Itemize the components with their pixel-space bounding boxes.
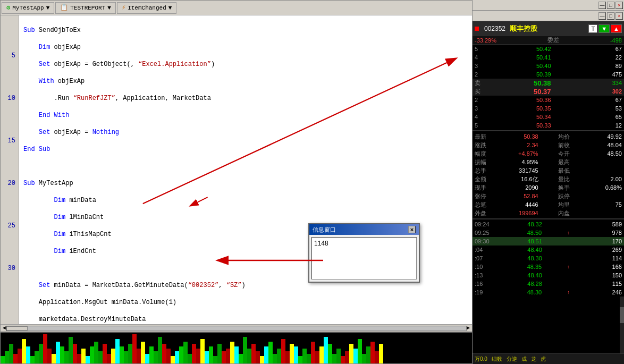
vol-0925: 978 xyxy=(595,230,622,236)
buy-3: 3 50.35 53 xyxy=(473,104,624,113)
line-numbers: 5 10 15 20 xyxy=(1,15,19,324)
chart-bar-item xyxy=(298,356,302,363)
chart-bar-item xyxy=(26,346,30,363)
chart-bar-item xyxy=(222,351,226,363)
chart-bar-item xyxy=(370,342,375,363)
chart-bar-item xyxy=(205,351,209,363)
trade-16: :16 48.28 115 xyxy=(473,280,624,288)
chart-bar-item xyxy=(307,354,311,363)
chart-bar-item xyxy=(366,346,370,363)
stock-t-button[interactable]: T xyxy=(588,24,597,33)
stock-sell-button[interactable]: ▲ xyxy=(611,24,622,33)
chart-bar-item xyxy=(94,342,98,363)
stock-buy-button[interactable]: ▼ xyxy=(598,24,610,33)
chart-bar-item xyxy=(69,337,73,363)
maximize-button[interactable]: □ xyxy=(607,2,614,9)
chart-bar-item xyxy=(158,337,162,363)
bottom-fenni[interactable]: 分逆 xyxy=(504,355,519,363)
scroll-right-btn[interactable]: ► xyxy=(467,325,470,331)
trade-07: :07 48.30 114 xyxy=(473,254,624,263)
stats-section: 最新 50.38 均价 49.92 涨跌 2.34 前收 48.04 幅度 +4… xyxy=(473,132,624,218)
time-trades: 09:24 48.32 589 09:25 48.50 ↑ 978 09:30 … xyxy=(473,220,624,297)
chart-bar-item xyxy=(260,356,264,363)
chart-bar-item xyxy=(137,349,141,363)
stat-row-1: 涨跌 2.34 前收 48.04 xyxy=(473,141,624,149)
dialog-close-button[interactable]: × xyxy=(408,226,416,233)
bottom-cheng[interactable]: 成 xyxy=(519,355,529,363)
chart-bar-item xyxy=(230,342,234,363)
bottom-hu[interactable]: 虎 xyxy=(538,355,548,363)
module-dropdown-mytestapp[interactable]: ⚙ MyTestApp ▼ xyxy=(2,2,54,14)
sell-5-vol: 67 xyxy=(590,46,622,52)
chart-bar-item xyxy=(332,354,336,363)
stock-title-bar: — □ × xyxy=(473,0,624,11)
buy-4: 4 50.34 65 xyxy=(473,113,624,121)
chart-bar-item xyxy=(175,351,179,363)
chart-bar-item xyxy=(30,356,35,363)
vol-19: 246 xyxy=(595,289,622,295)
chart-bar-item xyxy=(324,337,328,363)
chart-bar-item xyxy=(18,349,22,363)
close-button-2[interactable]: × xyxy=(615,12,623,20)
chart-bar-item xyxy=(5,351,9,363)
separator-1 xyxy=(473,130,624,131)
sell-2: 2 50.39 475 xyxy=(473,70,624,79)
vol-07: 114 xyxy=(595,255,622,261)
chart-bar-item xyxy=(277,349,281,363)
minimize-button-2[interactable]: — xyxy=(598,12,606,20)
chart-bar-item xyxy=(52,354,56,363)
event-icon: ⚡ xyxy=(122,4,125,12)
stat-zongbi: 4446 xyxy=(509,201,538,208)
stock-second-bar: — □ × xyxy=(473,11,624,21)
sell-2-price: 50.39 xyxy=(525,71,551,78)
stat-row-5: 金额 16.6亿 量比 2.00 xyxy=(473,175,624,183)
sell-3-vol: 89 xyxy=(590,63,622,69)
module-dropdown-itemchanged[interactable]: ⚡ ItemChanged ▼ xyxy=(117,2,176,14)
vol-13: 150 xyxy=(595,272,622,278)
maximize-button-2[interactable]: □ xyxy=(607,12,614,20)
chart-bar-item xyxy=(294,346,298,363)
chart-bar-item xyxy=(90,346,94,363)
buy-3-price: 50.35 xyxy=(525,105,551,112)
chart-bar-item xyxy=(1,356,5,363)
chart-bar-item xyxy=(281,339,285,363)
separator-2 xyxy=(473,218,624,219)
buy-orders: 买 50.37 302 2 50.36 67 3 50.35 53 4 50.3… xyxy=(473,87,624,130)
trade-10: :10 48.35 ↑ 166 xyxy=(473,263,624,271)
chart-bar-item xyxy=(107,354,111,363)
chart-bar-item xyxy=(81,349,86,363)
stock-panel: — □ × — □ × 002352 顺丰控股 T ▼ ▲ -33.29% 委差… xyxy=(473,0,624,364)
chart-bar-item xyxy=(251,344,256,363)
bottom-wan[interactable]: 万0.0 xyxy=(473,355,490,363)
stock-scrollbar-thumb[interactable] xyxy=(620,307,624,323)
dialog-value: 1148 xyxy=(314,240,328,247)
buy-5: 5 50.33 12 xyxy=(473,121,624,130)
chart-bar-item xyxy=(315,351,319,363)
chart-bar-item xyxy=(302,349,307,363)
close-button[interactable]: × xyxy=(615,2,623,9)
stat-dieting: 43.24 xyxy=(593,193,622,199)
stat-row-9: 外盘 199694 内盘 132051 xyxy=(473,209,624,217)
horizontal-scrollbar[interactable]: ◄ ► xyxy=(1,324,472,332)
chart-bar-item xyxy=(341,356,345,363)
chart-bar-item xyxy=(13,354,18,363)
scrollbar-track[interactable] xyxy=(6,326,467,331)
dialog-title-text: 信息窗口 xyxy=(313,226,336,234)
buy-2-price: 50.36 xyxy=(525,97,551,103)
trade-0930: 09:30 48.51 170 xyxy=(473,237,624,246)
minimize-button[interactable]: — xyxy=(598,2,606,9)
report-icon: 📋 xyxy=(60,4,68,12)
chart-bar-item xyxy=(213,356,217,363)
bottom-long[interactable]: 龙 xyxy=(529,355,538,363)
module-dropdown-testreport[interactable]: 📋 TESTREPORT ▼ xyxy=(55,2,116,14)
chart-bar-item xyxy=(86,356,90,363)
chart-bar-item xyxy=(73,344,77,363)
stock-scrollbar[interactable] xyxy=(620,297,624,353)
stat-jinkai: 48.50 xyxy=(593,150,622,157)
stat-neipan: 132051 xyxy=(593,210,622,216)
scrollbar-thumb[interactable] xyxy=(6,326,28,331)
sell-4-vol: 22 xyxy=(590,54,622,61)
chart-bar xyxy=(1,332,472,363)
chart-bar-item xyxy=(111,349,115,363)
bottom-xishu[interactable]: 细数 xyxy=(490,355,504,363)
